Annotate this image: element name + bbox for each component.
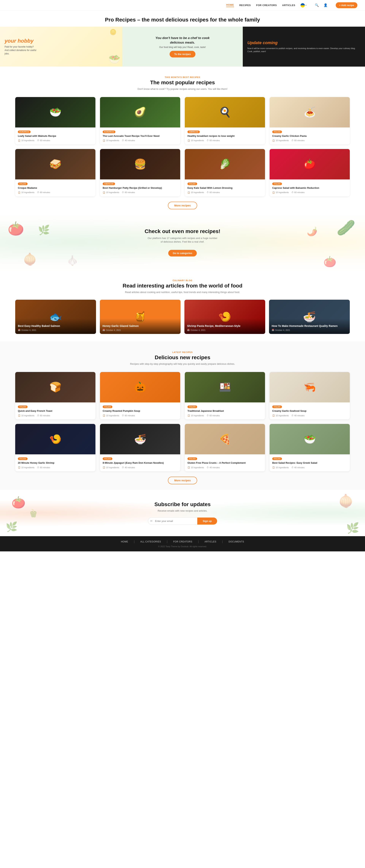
chevron-down-icon: ▾ xyxy=(305,4,306,6)
nav-links: HOME RECIPES FOR CREATORS ARTICLES ▾ 🔍 👤… xyxy=(226,2,357,8)
recipe-card[interactable]: 🥑 EUROPEAN The Last Avocado Toast Recipe… xyxy=(100,97,180,145)
footer-link[interactable]: ARTICLES xyxy=(204,540,216,543)
recipe-card[interactable]: 🍤 ITALIAN 20 Minute Honey Garlic Shrimp … xyxy=(15,424,95,471)
nav-creators[interactable]: FOR CREATORS xyxy=(256,4,277,7)
recipe-body: ITALIAN Creamy Garlic-Seafood Soup 📋 10 … xyxy=(270,402,350,420)
language-selector[interactable]: ▾ xyxy=(301,3,306,7)
article-card[interactable]: 🍤 Shrimp Pasta Recipe, Mediterranean-Sty… xyxy=(185,300,265,334)
search-button[interactable]: 🔍 xyxy=(314,2,320,8)
article-date: 📅 October 4, 2021 xyxy=(187,329,263,331)
recipe-card[interactable]: 🥗 ITALIAN Best Salad Recipes: Easy Greek… xyxy=(270,424,350,471)
recipe-card[interactable]: 🦐 ITALIAN Creamy Garlic-Seafood Soup 📋 1… xyxy=(270,372,350,420)
recipe-tag: AMERICAN xyxy=(188,130,200,133)
articles-section-label: CULINARY BLOG xyxy=(15,279,350,282)
page-title: Pro Recipes – the most delicious recipes… xyxy=(15,17,350,23)
time-icon: ⏱ xyxy=(292,191,294,193)
recipe-ingredients: 📋 10 ingredients xyxy=(188,139,204,142)
recipe-meta: 📋 10 ingredients ⏱ 60 minutes xyxy=(18,414,93,417)
recipe-image: 🥪 xyxy=(15,149,95,179)
recipe-card[interactable]: 🍝 ITALIAN Creamy Garlic Chicken Pasta 📋 … xyxy=(270,97,350,145)
nav-home[interactable]: HOME xyxy=(226,3,234,7)
new-more-button[interactable]: More recipes xyxy=(168,476,197,484)
checkout-section: 🍅 🧅 🌿 🥒 🍅 🌶️ 🧄 Check out even more recip… xyxy=(0,215,365,270)
footer-link[interactable]: DOCUMENTS xyxy=(229,540,244,543)
popular-recipes-section: THIS MONTH'S BEST RECIPES The most popul… xyxy=(0,67,365,215)
recipe-name: Quick and Easy French Toast xyxy=(18,409,93,413)
recipe-ingredients: 📋 10 ingredients xyxy=(272,414,289,417)
recipe-card[interactable]: 🍞 ITALIAN Quick and Easy French Toast 📋 … xyxy=(15,372,95,420)
signup-button[interactable]: Sign up xyxy=(197,518,217,525)
ingredients-icon: 📋 xyxy=(18,466,21,469)
recipe-name: Easy Kale Salad With Lemon Dressing xyxy=(188,186,262,190)
nav-articles[interactable]: ARTICLES xyxy=(282,4,295,7)
hero-section: your hobby Paid for your favorite hobby?… xyxy=(0,27,365,67)
recipe-card[interactable]: 🥗 EUROPEAN Leafy Salad with Walnuts Reci… xyxy=(15,97,95,145)
ingredients-icon: 📋 xyxy=(272,139,275,142)
recipe-ingredients: 📋 10 ingredients xyxy=(188,466,204,469)
article-title: How To Make Homemade Restaurant Quality … xyxy=(272,324,347,328)
popular-more-button[interactable]: More recipes xyxy=(168,202,197,209)
recipe-body: ITALIAN Traditional Japanese Breakfast 📋… xyxy=(185,402,265,420)
recipe-time: ⏱ 40 minutes xyxy=(207,466,220,469)
recipe-image: 🍜 xyxy=(100,424,180,454)
recipe-meta: 📋 10 ingredients ⏱ 60 minutes xyxy=(188,139,262,142)
checkout-cta-button[interactable]: Go to categories xyxy=(168,250,197,256)
recipe-image: 🥗 xyxy=(15,97,95,127)
recipe-tag: ITALIAN xyxy=(272,183,282,185)
footer-link[interactable]: FOR CREATORS xyxy=(173,540,192,543)
footer-link[interactable]: HOME xyxy=(121,540,128,543)
recipe-tag: ITALIAN xyxy=(188,183,197,185)
recipe-card[interactable]: 🥬 ITALIAN Easy Kale Salad With Lemon Dre… xyxy=(185,149,265,196)
ingredients-icon: 📋 xyxy=(272,466,275,469)
recipe-card[interactable]: 🥪 ITALIAN Croque Madame 📋 10 ingredients… xyxy=(15,149,95,196)
recipe-image: 🎃 xyxy=(100,372,180,402)
recipe-body: ITALIAN 8-Minute Jjapaguri (Easy Ram Don… xyxy=(100,454,180,471)
popular-recipe-grid: 🥗 EUROPEAN Leafy Salad with Walnuts Reci… xyxy=(15,97,350,196)
recipe-card[interactable]: 🍜 ITALIAN 8-Minute Jjapaguri (Easy Ram D… xyxy=(100,424,180,471)
recipe-card[interactable]: 🍕 ITALIAN Gluten Free Pizza Crusts – A P… xyxy=(185,424,265,471)
calendar-icon: 📅 xyxy=(272,329,274,331)
email-input[interactable] xyxy=(148,517,197,525)
recipe-card[interactable]: 🍔 AMERICAN Best Hamburger Patty Recipe (… xyxy=(100,149,180,196)
recipe-ingredients: 📋 10 ingredients xyxy=(18,466,34,469)
recipe-meta: 📋 10 ingredients ⏱ 60 minutes xyxy=(272,191,347,194)
recipe-tag: ITALIAN xyxy=(272,457,282,460)
time-icon: ⏱ xyxy=(122,466,124,469)
recipe-card[interactable]: 🍳 AMERICAN Healthy breakfast recipes to … xyxy=(185,97,265,145)
ingredients-icon: 📋 xyxy=(272,414,275,417)
nav-recipes[interactable]: RECIPES xyxy=(239,4,251,7)
recipe-name: Creamy Roasted Pumpkin Soup xyxy=(103,409,177,413)
article-card[interactable]: 🐟 Best Easy Healthy Baked Salmon 📅 Octob… xyxy=(15,300,96,334)
hero-cta-button[interactable]: To the recipes xyxy=(170,51,195,58)
ingredients-icon: 📋 xyxy=(103,466,105,469)
recipe-card[interactable]: 🎃 ITALIAN Creamy Roasted Pumpkin Soup 📋 … xyxy=(100,372,180,420)
recipe-time: ⏱ 60 minutes xyxy=(37,139,50,142)
subscribe-section: 🍅 🌿 🧅 🌿 🫑 Subscribe for updates Receive … xyxy=(0,490,365,536)
time-icon: ⏱ xyxy=(37,139,39,142)
popular-section-title: The most popular recipes xyxy=(15,80,350,86)
recipe-image: 🍱 xyxy=(185,372,265,402)
calendar-icon: 📅 xyxy=(187,329,190,331)
article-card[interactable]: 🍯 Honey Garlic Glazed Salmon 📅 October 4… xyxy=(100,300,180,334)
recipe-tag: ITALIAN xyxy=(103,457,112,460)
recipe-image: 🥬 xyxy=(185,149,265,179)
recipe-card[interactable]: 🍱 ITALIAN Traditional Japanese Breakfast… xyxy=(185,372,265,420)
article-date: 📅 October 4, 2021 xyxy=(102,329,178,331)
ingredients-icon: 📋 xyxy=(18,139,21,142)
article-card[interactable]: 🍜 How To Make Homemade Restaurant Qualit… xyxy=(269,300,350,334)
add-recipe-button[interactable]: + Add recipe xyxy=(336,2,357,8)
recipe-tag: ITALIAN xyxy=(188,457,197,460)
recipe-time: ⏱ 60 minutes xyxy=(207,414,220,417)
time-icon: ⏱ xyxy=(122,139,124,142)
recipe-card[interactable]: 🍅 ITALIAN Caprese Salad with Balsamic Re… xyxy=(270,149,350,196)
recipe-time: ⏱ 40 minutes xyxy=(122,139,135,142)
article-overlay: Honey Garlic Glazed Salmon 📅 October 4, … xyxy=(100,318,180,334)
recipe-time: ⏱ 60 minutes xyxy=(207,191,220,193)
ingredients-icon: 📋 xyxy=(18,414,21,417)
user-button[interactable]: 👤 xyxy=(323,2,329,8)
recipe-tag: ITALIAN xyxy=(18,183,28,185)
email-icon: ✉ xyxy=(150,520,153,523)
new-section-title: Delicious new recipes xyxy=(15,354,350,361)
footer-link[interactable]: ALL CATEGORIES xyxy=(140,540,161,543)
recipe-ingredients: 📋 10 ingredients xyxy=(188,414,204,417)
